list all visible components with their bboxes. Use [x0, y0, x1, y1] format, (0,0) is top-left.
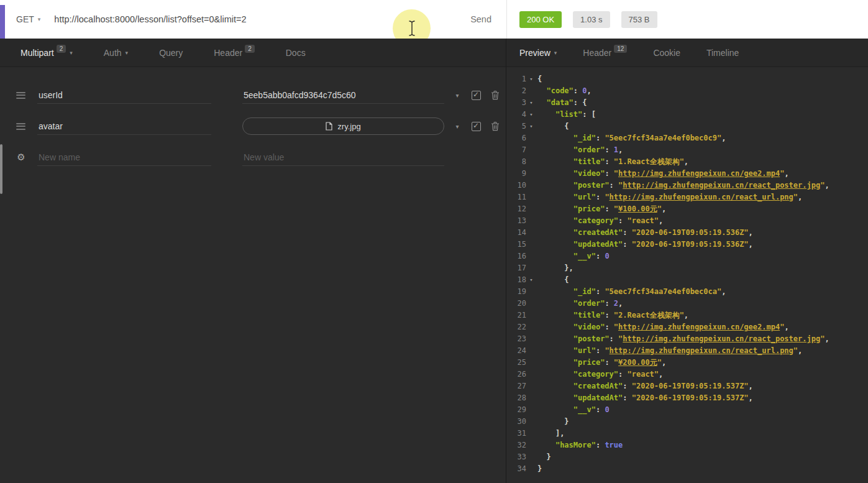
- fold-spacer: [526, 262, 536, 274]
- line-number: 16: [506, 251, 526, 262]
- code-line: 12 "price": "¥100.00元",: [506, 203, 868, 215]
- fold-spacer: [526, 191, 536, 203]
- code-line: 27 "createdAt": "2020-06-19T09:05:19.537…: [506, 380, 868, 392]
- code-line: 9 "video": "http://img.zhufengpeixun.cn/…: [506, 168, 868, 180]
- code-line: 18▾ {: [506, 274, 868, 286]
- code-line: 3▾ "data": {: [506, 97, 868, 109]
- fold-spacer: [526, 463, 536, 475]
- delete-row-button[interactable]: [491, 90, 500, 100]
- tab-preview[interactable]: Preview▾: [506, 39, 570, 67]
- fold-spacer: [526, 298, 536, 310]
- chevron-down-icon: ▾: [126, 50, 129, 56]
- fold-toggle-icon[interactable]: ▾: [526, 274, 536, 286]
- code-text: }: [536, 416, 569, 428]
- delete-row-button[interactable]: [491, 121, 500, 131]
- request-tabbar: Multipart2▾Auth▾QueryHeader2Docs: [0, 39, 506, 67]
- code-text: "data": {: [536, 97, 587, 109]
- left-scroll-indicator[interactable]: [0, 144, 2, 194]
- code-text: "__v": 0: [536, 251, 610, 262]
- code-text: ],: [536, 428, 564, 439]
- line-number: 4: [506, 109, 526, 121]
- check-icon: ✓: [473, 90, 479, 99]
- line-number: 29: [506, 404, 526, 416]
- enabled-checkbox[interactable]: ✓: [472, 122, 481, 131]
- fold-toggle-icon[interactable]: ▾: [526, 121, 536, 132]
- param-name-input[interactable]: [37, 117, 211, 135]
- trash-icon: [491, 121, 500, 131]
- line-number: 18: [506, 274, 526, 286]
- code-line: 13 "category": "react",: [506, 215, 868, 227]
- response-body-viewer: 1▾{2 "code": 0,3▾ "data": {4▾ "list": [5…: [506, 67, 868, 483]
- drag-handle-icon[interactable]: [16, 121, 26, 131]
- response-meta: 200 OK 1.03 s 753 B: [506, 0, 868, 39]
- text-cursor-icon: [408, 20, 416, 37]
- tab-timeline[interactable]: Timeline: [693, 39, 752, 67]
- tab-multipart[interactable]: Multipart2▾: [5, 39, 88, 67]
- code-text: "hasMore": true: [536, 439, 623, 451]
- code-line: 31 ],: [506, 428, 868, 439]
- line-number: 20: [506, 298, 526, 310]
- fold-toggle-icon[interactable]: ▾: [526, 73, 536, 85]
- tab-label: Timeline: [706, 48, 739, 58]
- code-text: "_id": "5eec7fcf34aa7e4ef0bec0ca",: [536, 286, 726, 298]
- code-text: "url": "http://img.zhufengpeixun.cn/reac…: [536, 191, 802, 203]
- code-line: 14 "createdAt": "2020-06-19T09:05:19.536…: [506, 227, 868, 239]
- fold-spacer: [526, 345, 536, 357]
- drag-handle-icon[interactable]: [16, 90, 26, 100]
- fold-spacer: [526, 251, 536, 262]
- value-type-dropdown-icon[interactable]: ▾: [452, 92, 463, 99]
- fold-toggle-icon[interactable]: ▾: [526, 97, 536, 109]
- fold-spacer: [526, 156, 536, 168]
- method-dropdown[interactable]: GET ▾: [16, 14, 53, 24]
- new-name-input[interactable]: [37, 149, 211, 166]
- response-tabbar: Preview▾Header12CookieTimeline: [506, 39, 868, 67]
- send-button[interactable]: Send: [463, 14, 506, 24]
- code-line: 21 "title": "2.React全栈架构",: [506, 310, 868, 321]
- code-text: "title": "2.React全栈架构",: [536, 310, 688, 321]
- param-value-input[interactable]: [242, 86, 444, 104]
- line-number: 12: [506, 203, 526, 215]
- tab-header[interactable]: Header12: [570, 39, 640, 67]
- param-name-input[interactable]: [37, 86, 211, 104]
- trash-icon: [491, 90, 500, 100]
- gear-icon[interactable]: ⚙: [16, 152, 26, 163]
- code-text: "category": "react",: [536, 369, 663, 380]
- code-text: "order": 2,: [536, 298, 623, 310]
- line-number: 6: [506, 132, 526, 144]
- request-bar: GET ▾ Send 200 OK 1.03 s 753 B: [0, 0, 868, 39]
- tab-query[interactable]: Query: [144, 39, 198, 67]
- tab-auth[interactable]: Auth▾: [88, 39, 144, 67]
- chevron-down-icon: ▾: [70, 50, 73, 56]
- line-number: 32: [506, 439, 526, 451]
- request-pane: Multipart2▾Auth▾QueryHeader2Docs ▾✓zry.j…: [0, 39, 506, 483]
- tab-count-badge: 12: [614, 45, 627, 53]
- code-text: {: [536, 121, 569, 132]
- code-text: "list": [: [536, 109, 596, 121]
- new-value-input[interactable]: [242, 149, 444, 166]
- code-line: 16 "__v": 0: [506, 251, 868, 262]
- tab-docs[interactable]: Docs: [270, 39, 321, 67]
- fold-spacer: [526, 168, 536, 180]
- line-number: 8: [506, 156, 526, 168]
- fold-spacer: [526, 144, 536, 156]
- code-text: "createdAt": "2020-06-19T09:05:19.536Z",: [536, 227, 753, 239]
- line-number: 5: [506, 121, 526, 132]
- code-line: 1▾{: [506, 73, 868, 85]
- code-line: 33 }: [506, 451, 868, 463]
- code-text: "url": "http://img.zhufengpeixun.cn/reac…: [536, 345, 802, 357]
- file-name-label: zry.jpg: [337, 122, 360, 131]
- response-pane: Preview▾Header12CookieTimeline 1▾{2 "cod…: [506, 39, 868, 483]
- line-number: 9: [506, 168, 526, 180]
- line-number: 1: [506, 73, 526, 85]
- line-number: 10: [506, 180, 526, 191]
- enabled-checkbox[interactable]: ✓: [472, 91, 481, 100]
- value-type-dropdown-icon[interactable]: ▾: [452, 123, 463, 130]
- file-picker-button[interactable]: zry.jpg: [242, 117, 444, 135]
- line-number: 24: [506, 345, 526, 357]
- tab-cookie[interactable]: Cookie: [640, 39, 693, 67]
- code-text: "title": "1.React全栈架构",: [536, 156, 688, 168]
- line-number: 2: [506, 85, 526, 97]
- tab-header[interactable]: Header2: [198, 39, 270, 67]
- fold-toggle-icon[interactable]: ▾: [526, 109, 536, 121]
- code-line: 19 "_id": "5eec7fcf34aa7e4ef0bec0ca",: [506, 286, 868, 298]
